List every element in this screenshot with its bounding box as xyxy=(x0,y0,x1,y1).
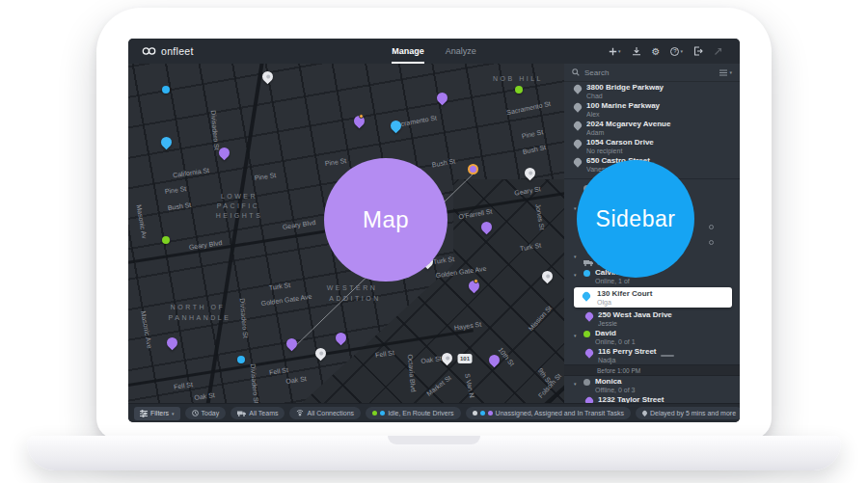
task-row[interactable]: 100 Marine ParkwayAlex xyxy=(564,100,740,119)
task-row-selected[interactable]: 130 Kifer CourtOlga xyxy=(574,287,732,308)
filter-bar: Filters ▾ TodayAll TeamsAll ConnectionsI… xyxy=(128,403,740,422)
filter-pills: TodayAll TeamsAll ConnectionsIdle, En Ro… xyxy=(185,407,740,419)
topbar-icons: ▾ ⚙ ?▾ xyxy=(609,39,722,64)
status-text: Online, 1 of xyxy=(595,278,740,285)
time-window-separator: Before 1:00 PM xyxy=(564,364,740,376)
task-row[interactable]: 1232 Taylor StreetNo recipient xyxy=(564,394,740,403)
laptop-mockup: onfleet Manage Analyze ▾ ⚙ ?▾ xyxy=(0,0,868,483)
filter-pill-label: Unassigned, Assigned and In Transit Task… xyxy=(496,410,624,416)
task-pin-icon xyxy=(585,349,593,357)
task-pin-icon xyxy=(583,292,590,300)
district-label: NOB HILL xyxy=(493,75,543,82)
sign-out-icon[interactable] xyxy=(693,46,703,56)
district-label: PANHANDLE xyxy=(169,314,231,321)
laptop-base xyxy=(27,436,841,470)
filter-pill[interactable]: All Connections xyxy=(289,407,361,419)
map-annotation-circle: Map xyxy=(324,158,448,282)
filter-pill[interactable]: Today xyxy=(185,407,227,419)
task-recipient: Adam xyxy=(586,129,740,137)
district-label: ADDITION xyxy=(329,295,380,302)
signal-icon xyxy=(296,410,304,416)
filter-pill-label: Today xyxy=(202,410,220,416)
task-pin-icon xyxy=(574,103,582,111)
chevron-down-icon[interactable]: ▾ xyxy=(574,333,577,338)
chevron-down-icon[interactable]: ▾ xyxy=(574,205,577,211)
locate-icon[interactable] xyxy=(709,225,714,229)
chevron-down-icon[interactable]: ▾ xyxy=(574,272,577,278)
task-row[interactable]: 116 Perry StreetNadja xyxy=(564,346,740,364)
task-pin-icon xyxy=(585,312,593,320)
task-recipient: No recipient xyxy=(586,148,740,155)
task-address: 3800 Bridge Parkway xyxy=(586,82,740,93)
status-dot-icon xyxy=(473,411,477,416)
driver-name: Monica xyxy=(595,376,740,387)
task-pin-icon xyxy=(574,85,582,93)
app-screen: onfleet Manage Analyze ▾ ⚙ ?▾ xyxy=(128,39,740,422)
driver-status-dot xyxy=(583,379,590,386)
driver-status-dot xyxy=(583,270,590,277)
list-sort-icon[interactable]: ▾ xyxy=(719,69,732,76)
task-recipient: Jessie xyxy=(598,320,740,328)
filter-sliders-icon xyxy=(140,410,148,417)
chevron-down-icon[interactable]: ▾ xyxy=(574,254,577,259)
settings-gear-icon[interactable]: ⚙ xyxy=(652,46,661,57)
add-menu-icon[interactable]: ▾ xyxy=(609,47,621,56)
driver-row[interactable]: ▾MonicaOffline, 0 of 3 xyxy=(564,376,740,394)
task-address: 130 Kifer Court xyxy=(597,287,732,299)
filter-pill[interactable]: Unassigned, Assigned and In Transit Task… xyxy=(466,407,631,419)
export-icon[interactable] xyxy=(632,46,641,56)
sidebar-annotation-label: Sidebar xyxy=(596,206,676,232)
filter-pill[interactable]: All Teams xyxy=(231,407,285,419)
tab-analyze[interactable]: Analyze xyxy=(446,39,476,64)
status-dot-icon xyxy=(480,411,485,416)
driver-status-dot xyxy=(583,331,590,337)
pin-icon xyxy=(641,410,648,416)
help-menu-icon[interactable]: ?▾ xyxy=(670,47,683,56)
task-recipient: Alex xyxy=(586,111,740,119)
filter-pill[interactable]: Idle, En Route Drivers xyxy=(366,407,460,419)
scroll-indicator[interactable] xyxy=(661,355,674,357)
truck-icon xyxy=(237,411,246,416)
task-row[interactable]: 3800 Bridge ParkwayChad xyxy=(564,82,740,100)
task-row[interactable]: 2024 Mcgarvey AvenueAdam xyxy=(564,119,740,137)
sidebar-annotation-circle: Sidebar xyxy=(577,160,694,278)
task-address: 100 Marine Parkway xyxy=(586,100,740,111)
status-dot-icon xyxy=(372,411,377,416)
district-label: HEIGHTS xyxy=(216,212,263,219)
district-label: WESTERN xyxy=(327,284,378,291)
clock-icon xyxy=(192,410,199,416)
task-address: 1232 Taylor Street xyxy=(598,394,740,403)
task-pin-icon xyxy=(574,140,582,148)
status-text: Online, 0 of 1 xyxy=(595,338,740,346)
search-bar[interactable]: Search ▾ xyxy=(564,64,740,82)
task-pin-icon xyxy=(574,158,582,166)
filter-pill-label: All Connections xyxy=(307,410,354,416)
district-label: NORTH OF xyxy=(171,304,225,310)
task-recipient: Nadja xyxy=(598,357,740,364)
task-recipient: Chad xyxy=(586,93,740,100)
search-icon xyxy=(572,68,580,76)
task-address: 1054 Carson Drive xyxy=(586,137,740,148)
tab-manage[interactable]: Manage xyxy=(392,39,424,64)
filters-button[interactable]: Filters ▾ xyxy=(134,407,180,420)
status-text: Offline, 0 of 3 xyxy=(595,387,740,394)
task-address: 2024 Mcgarvey Avenue xyxy=(586,119,740,129)
filters-label: Filters xyxy=(150,410,169,416)
top-bar: onfleet Manage Analyze ▾ ⚙ ?▾ xyxy=(128,39,740,64)
chevron-down-icon[interactable]: ▾ xyxy=(574,381,577,387)
locate-icon[interactable] xyxy=(709,240,714,245)
filter-pill[interactable]: Delayed by 5 mins and more xyxy=(636,407,740,419)
task-row[interactable]: 250 West Java DriveJessie xyxy=(564,309,740,328)
filter-pill-label: Idle, En Route Drivers xyxy=(388,410,453,416)
status-dot-icon xyxy=(380,411,385,416)
fullscreen-icon[interactable] xyxy=(714,47,722,56)
task-pin-icon xyxy=(574,121,582,129)
search-input[interactable]: Search xyxy=(584,68,715,77)
filter-pill-label: All Teams xyxy=(249,410,278,416)
task-row[interactable]: 1054 Carson DriveNo recipient xyxy=(564,137,740,155)
task-address: 250 West Java Drive xyxy=(598,309,740,320)
driver-row[interactable]: ▾DavidOnline, 0 of 1 xyxy=(564,328,740,346)
highway-101-shield: 101 xyxy=(458,354,473,363)
filter-pill-label: Delayed by 5 mins and more xyxy=(650,410,736,416)
driver-name: David xyxy=(595,328,740,338)
